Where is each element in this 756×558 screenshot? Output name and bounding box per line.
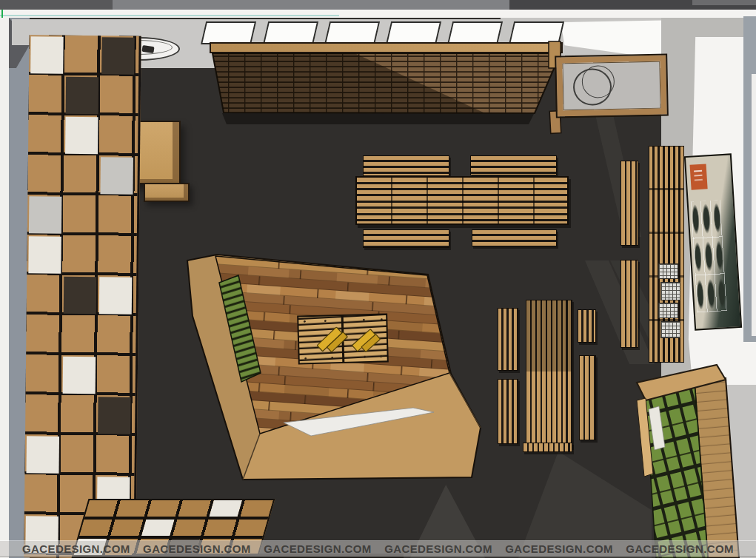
left-wall-edge: [0, 18, 9, 558]
right-wall-sliver: [752, 74, 756, 336]
watermark-text: GACEDESIGN.COM: [264, 542, 372, 555]
skylight-frame-6: [509, 21, 564, 44]
watermark-text: GACEDESIGN.COM: [143, 542, 251, 555]
cube-cell: [100, 157, 133, 194]
skylight-frame-3: [324, 21, 380, 44]
cash-counter: [556, 55, 667, 116]
reception-desk-return: [144, 183, 190, 202]
bench-top-right: [470, 155, 557, 175]
top-strip-right-light: [692, 0, 756, 5]
v-bench-right-upper: [578, 309, 596, 343]
cube-cell: [28, 236, 61, 273]
poster-specimen-grid: [691, 200, 727, 312]
mesh-chair-3: [658, 303, 678, 318]
cube-cell: [210, 500, 242, 517]
cube-cell: [27, 436, 60, 473]
cube-cell: [141, 520, 174, 536]
magazine-wall-top-bar: [210, 42, 563, 53]
mesh-chair-4: [660, 321, 680, 338]
bench-bottom-left: [363, 229, 449, 248]
bench-bottom-right: [472, 229, 557, 246]
cube-cell: [101, 37, 135, 74]
cube-cell: [98, 397, 131, 434]
v-bench-left-upper: [498, 308, 518, 371]
skylight-frame-5: [447, 21, 503, 44]
bench-top-left: [363, 155, 449, 176]
cube-shelf-wall-left: [24, 35, 141, 558]
edge-highlight-line: [0, 15, 339, 16]
main-reading-table: [355, 176, 569, 225]
watermark-bar: GACEDESIGN.COM GACEDESIGN.COM GACEDESIGN…: [0, 541, 756, 557]
watermark-text: GACEDESIGN.COM: [384, 542, 492, 555]
wall-bench-lower: [620, 260, 638, 348]
cube-cell: [63, 357, 96, 394]
interior-render: GACEDESIGN.COM GACEDESIGN.COM GACEDESIGN…: [0, 0, 756, 558]
mesh-chair-1: [658, 263, 678, 279]
watermark-text: GACEDESIGN.COM: [505, 542, 613, 555]
skylight-frame-2: [263, 21, 318, 44]
cube-cell: [29, 196, 62, 233]
small-bench-bottom: [523, 443, 572, 452]
watermark-text: GACEDESIGN.COM: [626, 542, 734, 555]
wall-bench-upper: [620, 161, 638, 246]
cube-cell: [64, 277, 97, 314]
v-bench-right-lower: [579, 355, 596, 440]
cube-cell: [65, 117, 98, 154]
cube-cell: [66, 77, 99, 114]
v-main-table-shadow: [526, 300, 572, 372]
cube-cell: [30, 36, 64, 73]
mesh-chair-2: [660, 282, 680, 300]
watermark-text: GACEDESIGN.COM: [22, 542, 130, 555]
poster-orange-badge: [690, 164, 708, 189]
skylight-frame-4: [386, 21, 441, 44]
v-bench-left-lower: [498, 379, 518, 444]
top-strip-mid: [113, 0, 509, 10]
cube-cell: [99, 277, 133, 314]
top-strip-left: [0, 0, 113, 10]
skylight-frame-1: [201, 21, 256, 44]
